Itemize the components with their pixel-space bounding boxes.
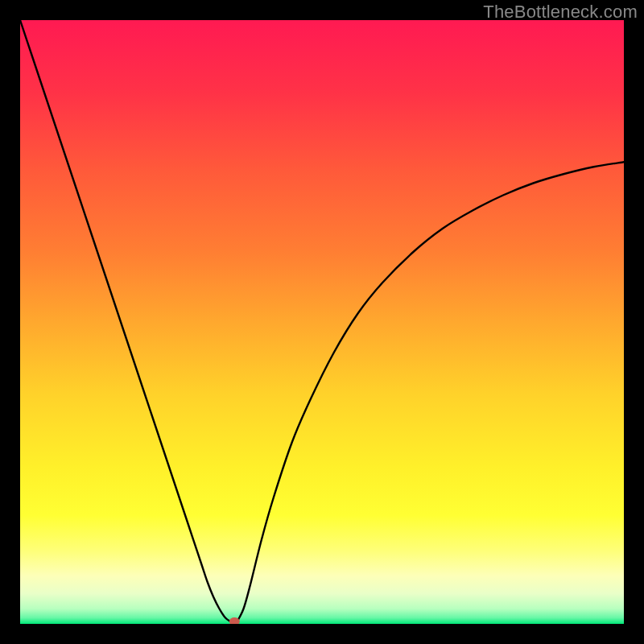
gradient-background	[20, 20, 624, 624]
plot-area	[20, 20, 624, 624]
chart-frame: TheBottleneck.com	[0, 0, 644, 644]
bottleneck-chart	[20, 20, 624, 624]
